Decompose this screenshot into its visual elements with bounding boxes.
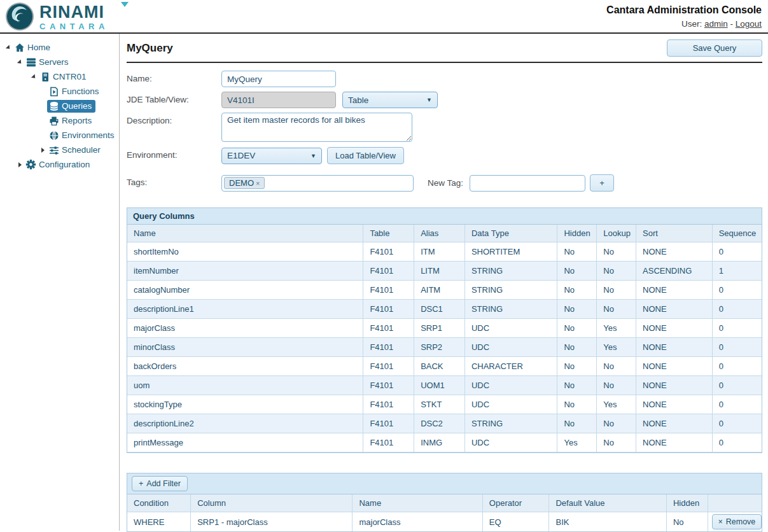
sidebar-item-configuration[interactable]: Configuration — [0, 157, 119, 172]
cell-alias: SRP1 — [414, 319, 465, 338]
cell-hidden: No — [557, 281, 597, 300]
cell-sort: ASCENDING — [636, 262, 713, 281]
cell-sequence: 0 — [712, 319, 762, 338]
query-columns-table: Name Table Alias Data Type Hidden Lookup… — [127, 225, 762, 452]
tag-remove-icon[interactable]: × — [256, 179, 260, 187]
filter-header-operator: Operator — [482, 494, 549, 512]
cell-hidden: No — [557, 338, 597, 357]
sidebar-item-label: CNTR01 — [53, 72, 87, 81]
cell-table: F4101 — [363, 300, 414, 319]
plus-icon: + — [139, 479, 143, 488]
environment-dropdown[interactable]: E1DEV ▼ — [221, 148, 322, 164]
name-input[interactable] — [221, 71, 336, 87]
table-row[interactable]: descriptionLine2F4101DSC2STRINGNoNoNONE0 — [127, 414, 762, 433]
cell-condition: WHERE — [127, 512, 191, 532]
cell-alias: ITM — [414, 242, 465, 262]
table-row[interactable]: minorClassF4101SRP2UDCNoYesNONE0 — [127, 338, 762, 357]
user-prefix: User: — [681, 19, 702, 29]
table-row[interactable]: shortItemNoF4101ITMSHORTITEMNoNoNONE0 — [127, 242, 762, 262]
cell-lookup: No — [597, 414, 636, 433]
table-row[interactable]: backOrdersF4101BACKCHARACTERNoNoNONE0 — [127, 357, 762, 376]
logo-secondary: CANTARA — [39, 22, 109, 31]
cell-hidden: No — [557, 242, 597, 262]
logout-link[interactable]: Logout — [736, 19, 762, 29]
cell-sort: NONE — [636, 242, 713, 262]
new-tag-input[interactable] — [470, 175, 585, 192]
column-header-name: Name — [127, 225, 363, 242]
server-icon — [39, 72, 50, 82]
add-filter-button[interactable]: + Add Filter — [132, 476, 188, 491]
column-header-sort: Sort — [636, 225, 713, 242]
cell-hidden: Yes — [557, 433, 597, 452]
filter-row[interactable]: WHERE SRP1 - majorClass majorClass EQ BI… — [127, 512, 762, 532]
cell-lookup: No — [597, 262, 636, 281]
sidebar-tree: Home Servers CNTR01 Functions Qu — [0, 34, 120, 531]
expand-arrow-icon[interactable] — [31, 74, 36, 80]
expand-arrow-icon[interactable] — [17, 59, 22, 65]
table-row[interactable]: stockingTypeF4101STKTUDCNoYesNONE0 — [127, 395, 762, 414]
column-header-lookup: Lookup — [597, 225, 636, 242]
cell-sequence: 0 — [712, 338, 762, 357]
description-textarea[interactable]: Get item master records for all bikes — [221, 113, 412, 142]
sidebar-item-home[interactable]: Home — [0, 40, 119, 55]
separator: - — [728, 19, 736, 29]
tags-input[interactable]: DEMO × — [221, 175, 414, 192]
table-row[interactable]: uomF4101UOM1UDCNoNoNONE0 — [127, 376, 762, 395]
query-columns-body: shortItemNoF4101ITMSHORTITEMNoNoNONE0ite… — [127, 242, 762, 452]
cell-sequence: 0 — [712, 414, 762, 433]
cell-table: F4101 — [363, 338, 414, 357]
cell-name: itemNumber — [127, 262, 363, 281]
cell-lookup: No — [597, 300, 636, 319]
cell-table: F4101 — [363, 319, 414, 338]
cell-column: SRP1 - majorClass — [191, 512, 353, 532]
remove-label: Remove — [726, 517, 756, 526]
user-line: User: admin - Logout — [606, 19, 762, 29]
add-tag-button[interactable]: + — [590, 174, 614, 192]
cell-data-type: STRING — [464, 414, 557, 433]
scheduler-icon — [48, 145, 59, 155]
remove-filter-button[interactable]: × Remove — [712, 514, 762, 529]
expand-arrow-icon[interactable] — [5, 45, 11, 50]
printer-icon — [48, 116, 59, 126]
sidebar-item-functions[interactable]: Functions — [0, 84, 119, 99]
sidebar-item-reports[interactable]: Reports — [0, 113, 119, 128]
sidebar-item-label: Queries — [62, 101, 92, 111]
logo-text: RINAMI CANTARA — [39, 3, 109, 31]
cell-sort: NONE — [636, 414, 713, 433]
logo-accent-icon — [121, 2, 129, 7]
jde-table-view-input[interactable] — [221, 92, 336, 108]
cell-table: F4101 — [363, 395, 414, 414]
cell-alias: SRP2 — [414, 338, 465, 357]
username-link[interactable]: admin — [704, 19, 728, 29]
globe-icon — [48, 130, 59, 141]
table-row[interactable]: descriptionLine1F4101DSC1STRINGNoNoNONE0 — [127, 300, 762, 319]
table-row[interactable]: itemNumberF4101LITMSTRINGNoNoASCENDING1 — [127, 262, 762, 281]
sidebar-item-servers[interactable]: Servers — [0, 55, 119, 69]
cell-name: minorClass — [127, 338, 363, 357]
cell-sequence: 0 — [712, 300, 762, 319]
cell-lookup: Yes — [597, 338, 636, 357]
cell-name: stockingType — [127, 395, 363, 414]
collapse-arrow-icon[interactable] — [18, 162, 22, 167]
table-row[interactable]: printMessageF4101INMGUDCYesNoNONE0 — [127, 433, 762, 452]
load-table-view-button[interactable]: Load Table/View — [327, 147, 404, 164]
table-row[interactable]: majorClassF4101SRP1UDCNoYesNONE0 — [127, 319, 762, 338]
cell-hidden: No — [557, 262, 597, 281]
table-type-dropdown[interactable]: Table ▼ — [342, 92, 438, 108]
sidebar-item-environments[interactable]: Environments — [0, 128, 119, 143]
save-query-button[interactable]: Save Query — [667, 39, 762, 57]
cell-name: printMessage — [127, 433, 363, 452]
sidebar-item-cntr01[interactable]: CNTR01 — [0, 69, 119, 84]
collapse-arrow-icon[interactable] — [41, 148, 45, 153]
cell-data-type: UDC — [464, 433, 557, 452]
logo-primary: RINAMI — [39, 4, 109, 21]
environment-value: E1DEV — [227, 151, 255, 160]
cell-table: F4101 — [363, 242, 414, 262]
table-row[interactable]: catalogNumberF4101AITMSTRINGNoNoNONE0 — [127, 281, 762, 300]
cell-sequence: 0 — [712, 242, 762, 262]
cell-lookup: No — [597, 433, 636, 452]
cell-data-type: UDC — [464, 395, 557, 414]
sidebar-item-queries[interactable]: Queries — [0, 99, 119, 113]
cell-default-value: BIK — [549, 512, 666, 532]
sidebar-item-scheduler[interactable]: Scheduler — [0, 143, 119, 157]
